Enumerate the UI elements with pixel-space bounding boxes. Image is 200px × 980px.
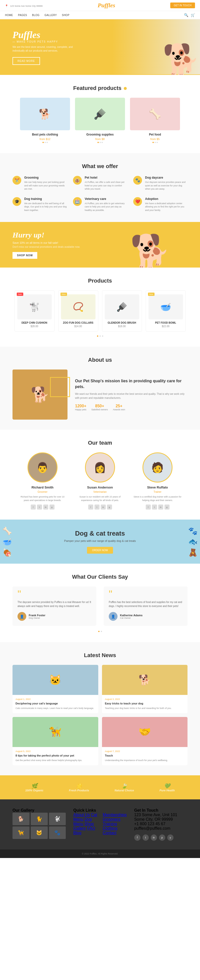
product-item-name-3: Pet Food Bowl (148, 321, 183, 324)
dot (44, 142, 46, 143)
author-title-0: Dog Owner (29, 617, 46, 619)
footer-facebook-icon[interactable]: f (134, 834, 140, 841)
product-badge-0: Sale (17, 293, 23, 296)
footer-link2-3[interactable]: Clothing (103, 826, 118, 830)
gallery-thumb-3[interactable]: 🦮 (13, 826, 30, 839)
hurry-shop-now-button[interactable]: Shop Now (13, 252, 37, 259)
news-card-2[interactable]: 🦮 August 5, 2022 8 tips for taking the p… (13, 717, 98, 765)
team-desc-1: Susan is our resident vet with 15 years … (75, 495, 125, 502)
footer-link-5[interactable]: FAQ (87, 826, 95, 830)
treats-order-button[interactable]: Order Now (87, 547, 113, 554)
team-section: Our team 👨 Richard Smith Groomer Richard… (0, 430, 200, 520)
footer-link2-1[interactable]: Groomers (103, 817, 121, 821)
brand-icon-2: 🍃 (115, 783, 134, 789)
team-member-2: 🧑 Steve Ruffalo Trainer Steve is a certi… (132, 452, 183, 509)
news-img-0: 🐱 (13, 665, 98, 695)
footer-link2-4[interactable]: Contact (103, 831, 117, 835)
testimonials: " The daycare service provided by Puffle… (13, 587, 187, 626)
facebook-icon-2[interactable]: f (146, 504, 151, 509)
nav-dot[interactable] (99, 336, 101, 337)
nav-shop[interactable]: Shop (62, 14, 69, 16)
testimonial-dot[interactable] (101, 631, 102, 632)
news-content-0: August 1, 2022 Deciphering your cat's la… (13, 695, 98, 713)
nav-blog[interactable]: Blog (32, 14, 39, 16)
twitter-icon-2[interactable]: t (152, 504, 157, 509)
google-icon-1[interactable]: g (107, 504, 112, 509)
navigation-bar: Home Pages Blog Gallery Shop 🔍 🛒 (0, 11, 200, 19)
footer-link2-2[interactable]: Training (103, 822, 117, 826)
products-row: Sale 🐩 Deep Chin Cushion $28.00 New 📿 Zo… (13, 290, 187, 332)
search-icon[interactable]: 🔍 (184, 13, 188, 17)
team-avatar-2: 🧑 (142, 452, 173, 482)
nav-home[interactable]: Home (5, 14, 13, 16)
gallery-thumb-0[interactable]: 🐕 (13, 813, 30, 825)
footer-phone: +1 800 123 45 67 (134, 822, 187, 826)
linkedin-icon-0[interactable]: in (43, 504, 48, 509)
footer-link-0[interactable]: About Us (73, 813, 90, 817)
gallery-thumb-5[interactable]: 🐾 (49, 826, 66, 839)
team-name-0: Richard Smith (17, 485, 68, 489)
footer-pinterest-icon[interactable]: p (159, 834, 165, 841)
footer-links-section: Quick Links About Us Cat Menu Dog Menu S… (73, 808, 126, 841)
footer-instagram-icon[interactable]: in (151, 834, 157, 841)
twitter-icon-0[interactable]: t (37, 504, 42, 509)
footer-link2-0[interactable]: Memberships (103, 813, 127, 817)
offer-content-3: Dog training We are dedicated to the wel… (24, 197, 67, 212)
linkedin-icon-1[interactable]: in (101, 504, 106, 509)
cart-icon[interactable]: 🛒 (191, 13, 195, 17)
nav-dot[interactable] (102, 336, 103, 337)
offer-item-0: ✂️ Grooming We can help keep your pet lo… (13, 176, 67, 191)
team-member-1: 👩 Susan Anderson Veterinarian Susan is o… (75, 452, 125, 509)
gallery-thumb-4[interactable]: 🐱 (31, 826, 48, 839)
news-card-0[interactable]: 🐱 August 1, 2022 Deciphering your cat's … (13, 665, 98, 713)
testimonial-dot-active[interactable] (98, 631, 99, 632)
gallery-thumb-2[interactable]: 🐩 (49, 813, 66, 825)
hero-read-more-button[interactable]: Read More (13, 57, 40, 65)
nav-dot-active[interactable] (97, 336, 98, 337)
contact-header-button[interactable]: GET IN TOUCH (170, 3, 195, 8)
stat-label-0: Happy pets (75, 408, 87, 411)
linkedin-icon-2[interactable]: in (158, 504, 163, 509)
nav-pages[interactable]: Pages (18, 14, 27, 16)
footer-twitter-icon[interactable]: t (142, 834, 149, 841)
brand-icon-1: 🌟 (69, 783, 89, 789)
dot-active (98, 142, 99, 143)
facebook-icon-1[interactable]: f (88, 504, 93, 509)
gallery-thumb-1[interactable]: 🐈 (31, 813, 48, 825)
product-item-img-0: 🐩 (17, 294, 52, 320)
footer-link-4[interactable]: Gallery (73, 826, 86, 830)
twitter-icon-1[interactable]: t (94, 504, 99, 509)
stat-label-1: Satisfied owners (91, 408, 108, 411)
treat-icon: 🍖 (3, 548, 12, 557)
bone-icon: 🦴 (3, 527, 12, 535)
offer-icon-1: 🏨 (73, 176, 82, 185)
footer-youtube-icon[interactable]: y (167, 834, 173, 841)
author-name-0: Frank Foster (29, 614, 46, 617)
hurry-banner-section: Hurry up! Save 10% on all items in our f… (0, 222, 200, 267)
author-avatar-0: 👤 (17, 612, 26, 621)
google-icon-2[interactable]: g (164, 504, 170, 509)
about-title-wrap: About us (13, 357, 187, 363)
product-item-name-2: Glendor Dog Brush (105, 321, 139, 324)
quote-mark-1: " (109, 592, 183, 597)
offer-desc-3: We are dedicated to the well being of al… (24, 202, 67, 212)
news-title-3: Touch (105, 754, 185, 757)
author-title-1: Cat Owner (120, 617, 142, 619)
footer-link-3[interactable]: Shop (85, 822, 94, 826)
news-card-3[interactable]: 🤝 August 7, 2022 Touch Understanding the… (102, 717, 188, 765)
footer-link-6[interactable]: Blog (73, 831, 81, 835)
product-item-img-1: 📿 (61, 294, 96, 320)
products-section-title: Products (88, 278, 112, 284)
facebook-icon-0[interactable]: f (31, 504, 36, 509)
news-date-0: August 1, 2022 (16, 698, 95, 700)
news-card-1[interactable]: 🐕 August 3, 2022 Easy tricks to teach yo… (102, 665, 188, 713)
google-icon-0[interactable]: g (49, 504, 55, 509)
footer-social-links: f t in p y (134, 834, 187, 841)
news-title-1: Easy tricks to teach your dog (105, 702, 185, 705)
offer-name-3: Dog training (24, 197, 67, 200)
featured-products-grid: 🐕 Best pets clothing from $12 🪮 Grooming… (13, 98, 187, 143)
treats-right-items: 🐾 🐟 🧸 (188, 527, 197, 557)
testimonial-0: " The daycare service provided by Puffle… (13, 587, 96, 626)
nav-gallery[interactable]: Gallery (44, 14, 57, 16)
offer-title-wrap: What we offer (13, 163, 187, 170)
